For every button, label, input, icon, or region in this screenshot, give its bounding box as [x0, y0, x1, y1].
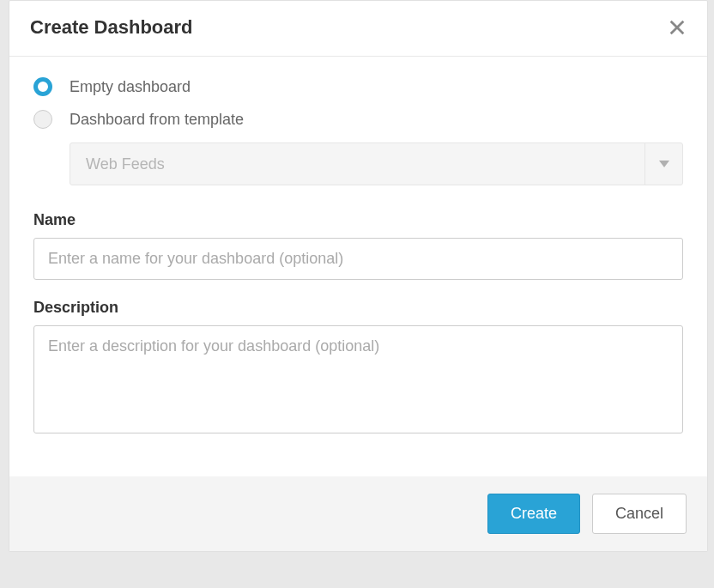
svg-marker-2 [659, 161, 669, 167]
radio-empty-label: Empty dashboard [70, 78, 191, 96]
create-dashboard-modal: Create Dashboard Empty dashboard Dashboa… [9, 0, 708, 552]
modal-title: Create Dashboard [30, 16, 193, 39]
close-icon[interactable] [668, 18, 687, 37]
name-input[interactable] [33, 238, 683, 280]
template-dropdown-selected: Web Feeds [70, 143, 644, 185]
modal-header: Create Dashboard [9, 1, 707, 57]
name-label: Name [33, 211, 683, 229]
cancel-button[interactable]: Cancel [592, 494, 687, 534]
radio-dashboard-from-template[interactable]: Dashboard from template [33, 110, 683, 129]
description-input[interactable] [33, 325, 683, 433]
radio-selected-icon [33, 77, 52, 96]
dashboard-type-radio-group: Empty dashboard Dashboard from template … [33, 77, 683, 185]
radio-template-label: Dashboard from template [70, 111, 244, 129]
radio-unselected-icon [33, 110, 52, 129]
radio-empty-dashboard[interactable]: Empty dashboard [33, 77, 683, 96]
create-button[interactable]: Create [487, 494, 580, 534]
chevron-down-icon [644, 143, 682, 185]
template-dropdown[interactable]: Web Feeds [70, 142, 683, 185]
modal-body: Empty dashboard Dashboard from template … [9, 57, 707, 476]
modal-footer: Create Cancel [9, 476, 707, 551]
description-field-group: Description [33, 299, 683, 437]
name-field-group: Name [33, 211, 683, 280]
description-label: Description [33, 299, 683, 317]
